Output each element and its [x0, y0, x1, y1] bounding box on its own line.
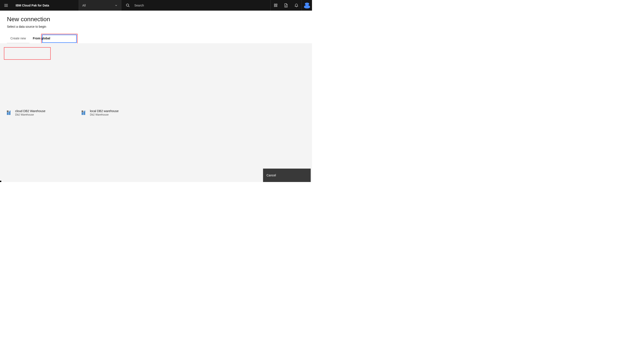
document-icon[interactable] [281, 0, 291, 11]
footer: Cancel [263, 169, 312, 182]
global-search [121, 0, 270, 11]
connection-name: cloud DB2 Warehouse [15, 109, 46, 113]
connection-type: Db2 Warehouse [90, 113, 119, 116]
svg-line-4 [129, 6, 129, 7]
cancel-label: Cancel [266, 174, 276, 177]
product-name[interactable]: IBM Cloud Pak for Data [16, 4, 49, 7]
warehouse-icon [82, 110, 86, 115]
svg-rect-13 [7, 112, 8, 112]
svg-rect-26 [84, 111, 85, 115]
search-icon[interactable] [126, 3, 130, 8]
page-title: New connection [7, 16, 305, 23]
connection-name: local DB2 warehouse [90, 109, 119, 113]
svg-rect-20 [82, 111, 83, 111]
bell-icon[interactable] [291, 0, 302, 11]
svg-rect-25 [84, 112, 84, 115]
header-left: IBM Cloud Pak for Data [0, 0, 79, 11]
svg-rect-23 [82, 112, 82, 115]
scope-dropdown-label: All [82, 4, 86, 7]
connection-card[interactable]: cloud DB2 Warehouse Db2 Warehouse [4, 48, 79, 177]
cancel-button[interactable]: Cancel [263, 169, 311, 182]
search-input[interactable] [134, 4, 199, 7]
warehouse-icon [7, 110, 12, 115]
switcher-icon[interactable] [270, 0, 281, 11]
decorative-corner [0, 181, 1, 182]
svg-rect-1 [4, 5, 8, 6]
chevron-down-icon [115, 4, 118, 7]
svg-rect-2 [4, 6, 8, 7]
tab-from-global[interactable]: From global [29, 34, 54, 43]
svg-rect-12 [8, 111, 8, 111]
svg-rect-7 [274, 6, 275, 7]
svg-rect-22 [82, 112, 83, 112]
svg-rect-5 [274, 4, 275, 5]
connections-grid: cloud DB2 Warehouse Db2 Warehouse local … [0, 43, 312, 182]
svg-rect-6 [276, 4, 277, 5]
svg-rect-0 [4, 4, 8, 4]
page-subtitle: Select a data source to begin [7, 25, 305, 28]
connection-text: cloud DB2 Warehouse Db2 Warehouse [15, 109, 46, 116]
svg-point-3 [126, 4, 129, 6]
tab-create-new[interactable]: Create new [7, 34, 29, 43]
avatar[interactable] [302, 0, 312, 11]
svg-point-8 [276, 6, 277, 7]
svg-rect-16 [8, 112, 8, 115]
svg-rect-19 [82, 111, 82, 111]
global-header: IBM Cloud Pak for Data All [0, 0, 312, 11]
scope-dropdown[interactable]: All [79, 0, 121, 11]
connection-card[interactable]: local DB2 warehouse Db2 Warehouse [79, 48, 154, 177]
page-header: New connection Select a data source to b… [0, 11, 312, 43]
svg-rect-24 [82, 112, 83, 115]
svg-rect-18 [10, 111, 10, 115]
connection-type: Db2 Warehouse [15, 113, 46, 116]
svg-rect-17 [9, 112, 9, 115]
svg-rect-21 [82, 112, 82, 112]
tabs: Create new From global [7, 34, 305, 43]
svg-rect-11 [7, 111, 8, 111]
svg-rect-15 [7, 112, 8, 115]
connection-text: local DB2 warehouse Db2 Warehouse [90, 109, 119, 116]
header-actions [270, 0, 312, 11]
menu-icon[interactable] [3, 3, 9, 8]
svg-rect-14 [8, 112, 8, 112]
